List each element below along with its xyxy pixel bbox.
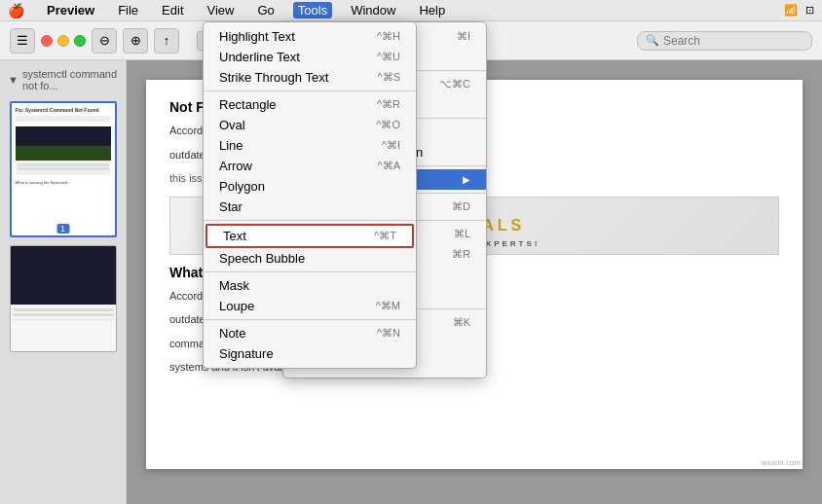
menubar-item-go[interactable]: Go [252,2,279,18]
zoom-in-icon: ⊕ [131,33,141,48]
menu-strikethrough-text[interactable]: Strike Through Text ^⌘S [204,67,416,88]
menubar-item-preview[interactable]: Preview [42,2,99,18]
thumbnail-page-1[interactable]: Fix: Systemctl Command Not Found What is… [10,101,117,237]
thumb-caption-1: What is causing the Systemctl... [16,180,111,185]
rectangle-shortcut: ^⌘R [377,98,400,111]
menubar-item-help[interactable]: Help [414,2,450,18]
watermark: wsxdn.com [762,458,801,467]
underline-shortcut: ^⌘U [377,51,400,63]
rotate-right-shortcut: ⌘R [452,248,470,261]
annotate-arrow-icon: ▶ [463,174,470,185]
oval-shortcut: ^⌘O [376,119,400,131]
sidebar-toggle-button[interactable]: ☰ [10,28,35,54]
annotate-sep-1 [204,90,416,91]
sidebar-toggle-icon: ☰ [17,33,28,48]
search-box[interactable]: 🔍 [637,31,812,51]
zoom-out-icon: ⊖ [99,33,110,48]
menu-note[interactable]: Note ^⌘N [204,323,416,343]
share-button[interactable]: ↑ [154,28,179,54]
zoom-out-button[interactable]: ⊖ [92,28,117,54]
annotate-submenu[interactable]: Highlight Text ^⌘H Underline Text ^⌘U St… [203,21,417,369]
apple-menu[interactable]: 🍎 [8,3,24,18]
close-button[interactable] [41,35,53,47]
menubar-item-file[interactable]: File [113,2,143,18]
share-icon: ↑ [164,33,170,48]
menu-polygon[interactable]: Polygon [204,176,416,197]
thumb-text-1: Fix: Systemctl Command Not Found [16,107,111,123]
annotate-sep-2 [204,220,416,221]
bookmark-shortcut: ⌘D [452,200,470,213]
menu-text[interactable]: Text ^⌘T [206,224,414,248]
line-shortcut: ^⌘I [382,139,400,152]
chevron-down-icon: ▼ [8,74,19,86]
crop-shortcut: ⌘K [453,316,470,329]
search-icon: 🔍 [646,34,659,47]
loupe-shortcut: ^⌘M [376,300,400,312]
menu-rectangle[interactable]: Rectangle ^⌘R [204,94,416,115]
menu-mask[interactable]: Mask [204,275,416,296]
menubar-item-edit[interactable]: Edit [157,2,188,18]
menu-oval[interactable]: Oval ^⌘O [204,115,416,135]
rotate-left-shortcut: ⌘L [454,228,470,240]
menubar-item-window[interactable]: Window [346,2,400,18]
maximize-button[interactable] [74,35,86,47]
wifi-icon: 📶 [784,4,798,17]
menu-speech-bubble[interactable]: Speech Bubble [204,248,416,269]
minimize-button[interactable] [57,35,69,47]
thumbnail-page-2[interactable] [10,245,117,352]
menu-arrow[interactable]: Arrow ^⌘A [204,156,416,176]
menubar: 🍎 Preview File Edit View Go Tools Window… [0,0,822,21]
thumb-dark-section [11,246,116,305]
highlight-shortcut: ^⌘H [377,30,400,43]
menu-highlight-text[interactable]: Highlight Text ^⌘H [204,26,416,47]
menubar-item-tools[interactable]: Tools [293,2,332,18]
inspector-shortcut: ⌘I [457,30,470,43]
menu-loupe[interactable]: Loupe ^⌘M [204,296,416,316]
window-controls [41,35,86,47]
strikethrough-shortcut: ^⌘S [378,71,401,84]
sidebar: ▼ systemctl command not fo... Fix: Syste… [0,60,127,504]
adjust-color-shortcut: ⌥⌘C [439,78,470,90]
zoom-in-button[interactable]: ⊕ [123,28,148,54]
menu-signature[interactable]: Signature [204,343,416,364]
thumb-light-section [11,305,116,352]
sidebar-title: ▼ systemctl command not fo... [4,66,122,95]
search-input[interactable] [663,34,800,48]
menu-underline-text[interactable]: Underline Text ^⌘U [204,47,416,67]
thumb-page-number-1: 1 [56,224,69,234]
text-shortcut: ^⌘T [374,230,396,242]
fullscreen-icon[interactable]: ⊡ [805,4,814,17]
annotate-sep-3 [204,271,416,272]
annotate-sep-4 [204,319,416,320]
note-shortcut: ^⌘N [377,327,400,340]
menu-star[interactable]: Star [204,197,416,217]
arrow-shortcut: ^⌘A [378,160,401,172]
toolbar-left: ☰ ⊖ ⊕ ↑ [10,28,179,54]
menu-line[interactable]: Line ^⌘I [204,135,416,156]
thumb-image-1 [16,126,111,175]
menubar-item-view[interactable]: View [203,2,240,18]
